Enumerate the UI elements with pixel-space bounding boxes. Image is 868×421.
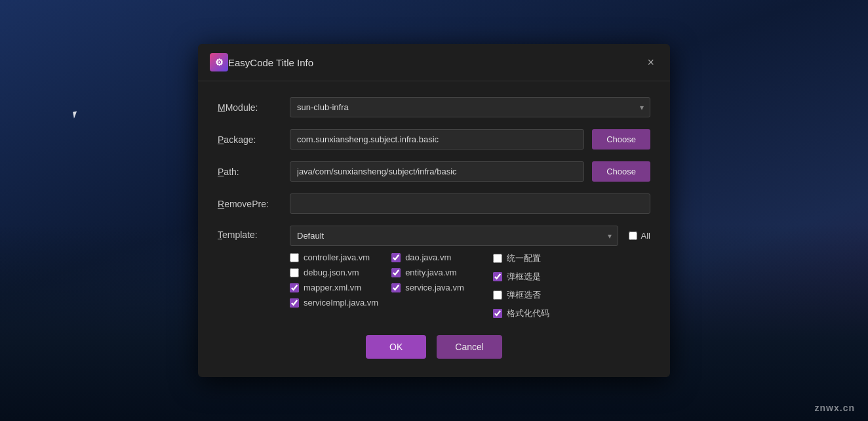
entity-label: entity.java.vm — [405, 268, 457, 277]
template-checkboxes: controller.java.vm dao.java.vm debug.jso… — [290, 252, 480, 308]
list-item: 统一配置 — [493, 252, 572, 264]
list-item: 格式化代码 — [493, 308, 572, 319]
path-choose-button[interactable]: Choose — [592, 161, 650, 182]
all-checkbox[interactable] — [629, 231, 637, 240]
dao-label: dao.java.vm — [405, 252, 451, 262]
debug-label: debug.json.vm — [304, 268, 359, 277]
dialog-yes-checkbox[interactable] — [493, 272, 502, 281]
list-item: debug.json.vm — [290, 268, 378, 277]
template-select-wrapper: Default ▾ — [290, 226, 618, 246]
package-row: Package: Choose — [218, 129, 650, 150]
template-top-row: Default ▾ All — [290, 226, 650, 246]
list-item: mapper.xml.vm — [290, 283, 378, 292]
removepre-row: RemovePre: — [218, 193, 650, 214]
mapper-label: mapper.xml.vm — [304, 283, 361, 292]
debug-checkbox[interactable] — [290, 268, 299, 277]
controller-label: controller.java.vm — [304, 252, 370, 262]
template-content: Default ▾ All — [290, 226, 650, 319]
path-label: Path: — [218, 167, 290, 177]
dialog-title: EasyCode Title Info — [228, 57, 643, 68]
list-item: 弹框选否 — [493, 289, 572, 301]
module-row: MModule: sun-club-infra ▾ — [218, 97, 650, 117]
controller-checkbox[interactable] — [290, 253, 299, 262]
path-row: Path: Choose — [218, 161, 650, 182]
package-input[interactable] — [290, 129, 584, 150]
close-button[interactable]: × — [643, 55, 658, 70]
template-area: controller.java.vm dao.java.vm debug.jso… — [290, 252, 650, 319]
service-checkbox[interactable] — [391, 283, 401, 292]
all-check-group: All — [629, 231, 650, 241]
format-code-label: 格式化代码 — [507, 308, 549, 319]
serviceimpl-checkbox[interactable] — [290, 298, 299, 308]
app-logo-icon: ⚙ — [210, 53, 228, 71]
cancel-button[interactable]: Cancel — [437, 335, 502, 359]
list-item: service.java.vm — [391, 283, 480, 292]
unified-config-label: 统一配置 — [507, 252, 541, 264]
package-label: Package: — [218, 134, 290, 145]
unified-config-checkbox[interactable] — [493, 254, 502, 263]
module-select[interactable]: sun-club-infra — [290, 97, 650, 117]
list-item: entity.java.vm — [391, 268, 480, 277]
right-panel: 统一配置 弹框选是 弹框选否 — [493, 252, 572, 319]
all-label: All — [641, 231, 650, 241]
dialog-footer: OK Cancel — [218, 335, 650, 359]
serviceimpl-label: serviceImpl.java.vm — [304, 298, 378, 308]
dialog-overlay: ⚙ EasyCode Title Info × MModule: sun-clu… — [0, 0, 868, 421]
removepre-input[interactable] — [290, 193, 650, 214]
package-choose-button[interactable]: Choose — [592, 129, 650, 150]
dialog-body: MModule: sun-club-infra ▾ Package: Choos… — [198, 81, 670, 377]
dao-checkbox[interactable] — [391, 253, 401, 262]
module-select-wrapper: sun-club-infra ▾ — [290, 97, 650, 117]
format-code-checkbox[interactable] — [493, 309, 502, 318]
mapper-checkbox[interactable] — [290, 283, 299, 292]
dialog-titlebar: ⚙ EasyCode Title Info × — [198, 44, 670, 81]
dialog-no-checkbox[interactable] — [493, 291, 502, 300]
list-item: controller.java.vm — [290, 252, 378, 262]
service-label: service.java.vm — [405, 283, 464, 292]
list-item: 弹框选是 — [493, 271, 572, 283]
removepre-label: RemovePre: — [218, 199, 290, 209]
template-select[interactable]: Default — [290, 226, 618, 246]
list-item: serviceImpl.java.vm — [290, 298, 378, 308]
template-label: Template: — [218, 226, 290, 240]
ok-button[interactable]: OK — [366, 335, 426, 359]
template-section: Template: Default ▾ All — [218, 226, 650, 319]
entity-checkbox[interactable] — [391, 268, 401, 277]
dialog-yes-label: 弹框选是 — [507, 271, 541, 283]
dialog: ⚙ EasyCode Title Info × MModule: sun-clu… — [198, 44, 670, 377]
module-label: MModule: — [218, 102, 290, 113]
cursor-icon — [73, 111, 83, 125]
list-item: dao.java.vm — [391, 252, 480, 262]
dialog-no-label: 弹框选否 — [507, 289, 541, 301]
path-input[interactable] — [290, 161, 584, 182]
